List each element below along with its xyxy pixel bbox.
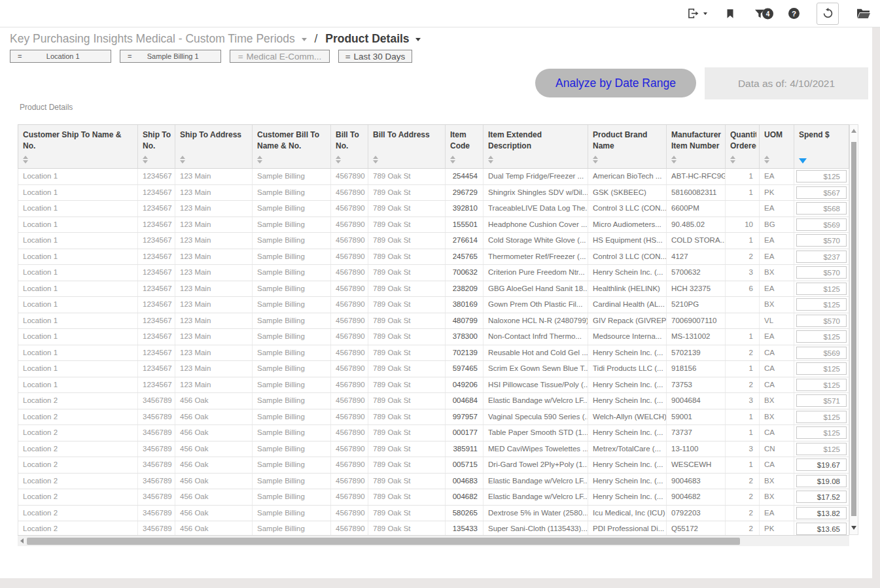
table-row[interactable]: Location 2 3456789 456 Oak Sample Billin… — [18, 409, 849, 426]
help-button[interactable] — [788, 8, 800, 19]
cell-uom: BX — [760, 393, 794, 409]
table-row[interactable]: Location 1 1234567 123 Main Sample Billi… — [18, 265, 849, 281]
cell-uom: CA — [760, 377, 794, 393]
scroll-left-arrow-icon[interactable] — [20, 538, 24, 544]
page-title-dropdown[interactable]: Product Details — [325, 32, 421, 45]
cell-bill-to-address: 789 Oak St — [368, 281, 446, 297]
cell-customer-bill-to-name: Sample Billing — [253, 457, 331, 473]
cell-bill-to-address: 789 Oak St — [368, 217, 446, 233]
table-row[interactable]: Location 1 1234567 123 Main Sample Billi… — [18, 185, 849, 201]
cell-bill-to-no: 4567890 — [331, 217, 368, 233]
sort-control[interactable] — [23, 156, 28, 164]
sort-control[interactable] — [180, 156, 185, 164]
sort-control[interactable] — [257, 156, 262, 164]
table-row[interactable]: Location 1 1234567 123 Main Sample Billi… — [18, 361, 849, 377]
cell-uom: BX — [760, 409, 794, 425]
cell-manufacturer-item-number: WESCEWH — [667, 457, 726, 473]
sort-arrows-icon — [764, 156, 769, 164]
table-row[interactable]: Location 2 3456789 456 Oak Sample Billin… — [18, 474, 849, 490]
sort-control[interactable] — [764, 156, 769, 164]
horizontal-scroll-thumb[interactable] — [27, 538, 740, 545]
column-header[interactable]: Manufacturer Item Number — [667, 125, 726, 168]
spend-value: $125 — [796, 379, 847, 391]
column-header[interactable]: Ship To No. — [138, 125, 175, 168]
spend-value: $571 — [796, 394, 847, 407]
refresh-button[interactable] — [817, 3, 839, 25]
column-header[interactable]: Quantity Ordered — [726, 125, 760, 168]
filter-chip-last-30-days[interactable]: = Last 30 Days — [338, 50, 412, 63]
sort-control[interactable] — [488, 156, 493, 164]
cell-spend: $570 — [794, 265, 849, 281]
horizontal-scrollbar[interactable] — [18, 535, 849, 546]
workbook-button[interactable] — [856, 7, 871, 20]
sort-control[interactable] — [593, 156, 598, 164]
table-row[interactable]: Location 1 1234567 123 Main Sample Billi… — [18, 345, 849, 362]
table-row[interactable]: Location 1 1234567 123 Main Sample Billi… — [18, 329, 849, 345]
spend-value: $125 — [796, 443, 847, 455]
sort-arrows-icon — [450, 156, 455, 164]
filter-chip-medical-ecomm[interactable]: = Medical E-Comm... — [230, 50, 330, 63]
sort-control[interactable] — [450, 156, 455, 164]
table-row[interactable]: Location 1 1234567 123 Main Sample Billi… — [18, 313, 849, 330]
filter-chips: = Location 1 = Sample Billing 1 = Medica… — [10, 50, 412, 63]
cell-manufacturer-item-number: 5210PG — [667, 297, 726, 313]
table-row[interactable]: Location 1 1234567 123 Main Sample Billi… — [18, 249, 849, 266]
cell-spend: $125 — [794, 297, 849, 313]
export-button[interactable] — [686, 7, 707, 20]
filter-button[interactable]: 4 — [753, 7, 766, 20]
cell-bill-to-no: 4567890 — [331, 474, 368, 489]
table-row[interactable]: Location 2 3456789 456 Oak Sample Billin… — [18, 521, 849, 535]
filter-count-badge: 4 — [762, 8, 773, 19]
table-row[interactable]: Location 1 1234567 123 Main Sample Billi… — [18, 233, 849, 249]
filter-chip-location[interactable]: = Location 1 — [10, 50, 111, 63]
scroll-down-arrow-icon[interactable] — [851, 526, 856, 530]
column-header[interactable]: Item Code — [446, 125, 484, 168]
cell-customer-bill-to-name: Sample Billing — [253, 361, 331, 377]
cell-uom: CA — [760, 425, 794, 441]
cell-customer-ship-to-name: Location 2 — [18, 521, 138, 535]
table-row[interactable]: Location 2 3456789 456 Oak Sample Billin… — [18, 441, 849, 458]
refresh-icon — [822, 7, 834, 20]
sort-control[interactable] — [671, 156, 677, 164]
table-row[interactable]: Location 1 1234567 123 Main Sample Billi… — [18, 217, 849, 233]
column-header[interactable]: Spend $ — [794, 125, 849, 168]
table-row[interactable]: Location 2 3456789 456 Oak Sample Billin… — [18, 506, 849, 522]
page-title: Product Details — [325, 32, 409, 45]
column-header[interactable]: Item Extended Description — [484, 125, 588, 168]
sort-control[interactable] — [799, 158, 807, 164]
table-row[interactable]: Location 2 3456789 456 Oak Sample Billin… — [18, 393, 849, 409]
column-header[interactable]: Bill To No. — [331, 125, 368, 168]
sort-control[interactable] — [730, 156, 735, 164]
cell-spend: $569 — [794, 345, 849, 361]
column-header[interactable]: Ship To Address — [175, 125, 253, 168]
scroll-up-arrow-icon[interactable] — [851, 129, 856, 133]
cell-item-code: 000177 — [446, 425, 484, 441]
vertical-scroll-thumb[interactable] — [851, 142, 856, 516]
filter-chip-billing[interactable]: = Sample Billing 1 — [120, 50, 221, 63]
column-header[interactable]: Bill To Address — [368, 125, 446, 168]
cell-quantity-ordered: 1 — [726, 361, 760, 377]
column-header[interactable]: Customer Bill To Name & No. — [253, 125, 331, 168]
column-header[interactable]: UOM — [760, 125, 794, 168]
table-row[interactable]: Location 1 1234567 123 Main Sample Billi… — [18, 201, 849, 217]
report-title-dropdown[interactable]: Key Purchasing Insights Medical - Custom… — [10, 32, 309, 45]
column-header[interactable]: Product Brand Name — [588, 125, 667, 168]
table-row[interactable]: Location 1 1234567 123 Main Sample Billi… — [18, 297, 849, 313]
cell-customer-ship-to-name: Location 1 — [18, 313, 138, 329]
filter-label: Last 30 Days — [354, 52, 406, 61]
analyze-by-date-range-button[interactable]: Analyze by Date Range — [535, 69, 696, 97]
sort-control[interactable] — [373, 156, 378, 164]
bookmark-button[interactable] — [724, 7, 736, 20]
vertical-scrollbar[interactable] — [849, 124, 858, 535]
table-row[interactable]: Location 2 3456789 456 Oak Sample Billin… — [18, 425, 849, 441]
table-row[interactable]: Location 2 3456789 456 Oak Sample Billin… — [18, 489, 849, 506]
sort-control[interactable] — [336, 156, 341, 164]
spend-value: $125 — [796, 330, 847, 343]
spend-value: $17.52 — [796, 491, 847, 503]
table-row[interactable]: Location 1 1234567 123 Main Sample Billi… — [18, 377, 849, 394]
sort-control[interactable] — [143, 156, 148, 164]
column-header[interactable]: Customer Ship To Name & No. — [18, 125, 138, 168]
table-row[interactable]: Location 1 1234567 123 Main Sample Billi… — [18, 169, 849, 185]
table-row[interactable]: Location 2 3456789 456 Oak Sample Billin… — [18, 457, 849, 474]
table-row[interactable]: Location 1 1234567 123 Main Sample Billi… — [18, 281, 849, 298]
